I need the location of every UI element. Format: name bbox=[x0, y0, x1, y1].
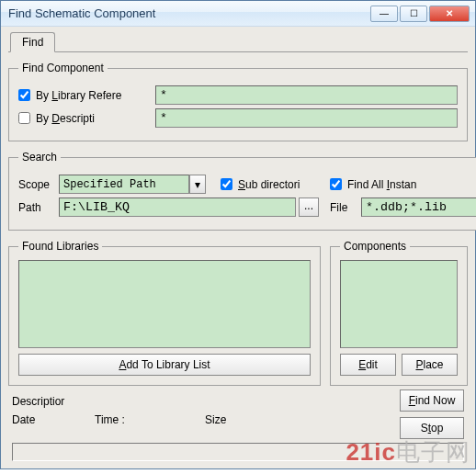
by-description-input[interactable] bbox=[155, 108, 458, 128]
find-all-instances-checkbox[interactable] bbox=[330, 178, 342, 190]
tab-find-label: Find bbox=[22, 36, 43, 49]
find-now-label: Find Now bbox=[409, 394, 456, 407]
by-library-ref-input[interactable] bbox=[155, 85, 458, 105]
scope-value: Specified Path bbox=[59, 175, 189, 194]
stop-button[interactable]: Stop bbox=[400, 417, 464, 439]
components-group: Components Edit Place bbox=[330, 240, 468, 386]
add-to-library-list-label: Add To Library List bbox=[119, 358, 210, 371]
sub-directories-label: Sub directori bbox=[238, 178, 330, 191]
scope-select[interactable]: Specified Path ▾ bbox=[59, 175, 206, 194]
close-button[interactable]: ✕ bbox=[429, 6, 470, 22]
file-filter-input[interactable] bbox=[361, 198, 476, 217]
description-label: Descriptior bbox=[12, 395, 95, 408]
tab-find[interactable]: Find bbox=[10, 32, 55, 52]
found-libraries-list[interactable] bbox=[18, 260, 311, 348]
stop-label: Stop bbox=[421, 422, 444, 434]
edit-button[interactable]: Edit bbox=[340, 354, 396, 376]
components-legend: Components bbox=[340, 240, 410, 253]
time-label: Time : bbox=[95, 413, 205, 426]
maximize-button[interactable]: ☐ bbox=[400, 6, 427, 22]
titlebar[interactable]: Find Schematic Component — ☐ ✕ bbox=[1, 1, 475, 27]
place-button[interactable]: Place bbox=[402, 354, 458, 376]
found-libraries-group: Found Libraries Add To Library List bbox=[8, 240, 321, 386]
found-libraries-legend: Found Libraries bbox=[18, 240, 102, 253]
path-label: Path bbox=[18, 201, 59, 214]
scope-label: Scope bbox=[18, 178, 59, 191]
status-area: Descriptior Date Time : Size Find Now St… bbox=[8, 386, 468, 461]
browse-button[interactable]: ... bbox=[299, 198, 319, 217]
path-input[interactable] bbox=[59, 198, 296, 217]
by-library-ref-checkbox[interactable] bbox=[18, 89, 30, 101]
add-to-library-list-button[interactable]: Add To Library List bbox=[18, 354, 311, 376]
find-now-button[interactable]: Find Now bbox=[400, 389, 464, 412]
tab-strip: Find bbox=[8, 32, 468, 52]
search-legend: Search bbox=[18, 151, 61, 164]
search-group: Search Scope Specified Path ▾ Sub direct… bbox=[8, 151, 476, 231]
window-title: Find Schematic Component bbox=[8, 6, 368, 20]
client-area: Find Find Component By Library Refere By… bbox=[1, 27, 475, 468]
by-description-checkbox[interactable] bbox=[18, 112, 30, 124]
by-description-label: By Descripti bbox=[36, 112, 155, 125]
find-component-group: Find Component By Library Refere By Desc… bbox=[8, 62, 468, 141]
file-label: File bbox=[330, 201, 361, 214]
components-list[interactable] bbox=[340, 260, 458, 348]
dialog-window: Find Schematic Component — ☐ ✕ Find Find… bbox=[0, 0, 476, 469]
find-component-legend: Find Component bbox=[18, 62, 108, 74]
size-label: Size bbox=[205, 413, 226, 426]
sub-directories-checkbox[interactable] bbox=[221, 178, 232, 190]
scope-dropdown-button[interactable]: ▾ bbox=[189, 175, 206, 194]
date-label: Date bbox=[12, 413, 95, 426]
find-all-instances-label: Find All Instan bbox=[347, 178, 416, 191]
by-library-ref-label: By Library Refere bbox=[36, 89, 155, 102]
edit-button-label: Edit bbox=[358, 358, 378, 371]
minimize-button[interactable]: — bbox=[370, 6, 398, 22]
place-button-label: Place bbox=[415, 358, 443, 371]
chevron-down-icon: ▾ bbox=[195, 178, 200, 191]
status-bar bbox=[12, 443, 464, 461]
